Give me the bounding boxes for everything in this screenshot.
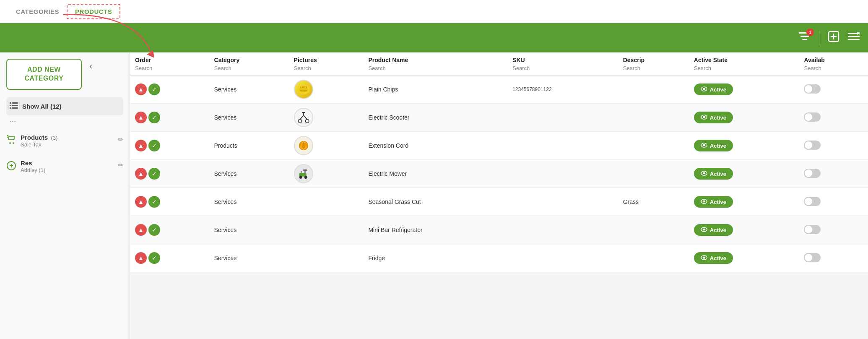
order-up-btn-6[interactable]: ▲: [135, 252, 147, 264]
search-category[interactable]: Search: [209, 64, 289, 75]
active-state-cell-3: Active: [689, 160, 799, 188]
order-up-btn-4[interactable]: ▲: [135, 196, 147, 208]
sidebar-item-res[interactable]: Res Addley (1) ✏: [6, 157, 123, 175]
sku-cell-2: [507, 132, 618, 160]
filter-button[interactable]: 1: [799, 32, 811, 44]
table-row: ▲ ✓ Services Electric Scooter: [130, 104, 868, 132]
category-info-products: Products (3) Sale Tax: [21, 134, 114, 148]
active-state-cell-6: Active: [689, 244, 799, 272]
plus-circle-icon: [6, 161, 16, 173]
search-order[interactable]: Search: [130, 64, 209, 75]
order-cell-5: ▲ ✓: [130, 216, 209, 244]
search-pictures[interactable]: Search: [289, 64, 364, 75]
description-cell-0: [618, 75, 689, 104]
table-search-row: Search Search Search Search Search: [130, 64, 868, 75]
search-active-state[interactable]: Search: [689, 64, 799, 75]
search-available[interactable]: Search: [799, 64, 868, 75]
layers-icon: [848, 32, 860, 44]
active-badge-1[interactable]: Active: [694, 112, 733, 123]
eye-icon-4: [701, 198, 707, 205]
search-description[interactable]: Search: [618, 64, 689, 75]
sidebar: ADD NEW CATEGORY ‹ Show All (12) ...: [0, 52, 130, 339]
toggle-switch-6[interactable]: [804, 253, 821, 262]
table-row: ▲ ✓ Services Seasonal Grass Cut Grass Ac…: [130, 188, 868, 216]
order-down-btn-4[interactable]: ✓: [148, 196, 160, 208]
order-cell-6: ▲ ✓: [130, 244, 209, 272]
svg-point-51: [703, 201, 705, 203]
table-row: ▲ ✓ Services LAY'S POTATO Plain Chips 12…: [130, 75, 868, 104]
add-product-button[interactable]: [828, 31, 839, 45]
order-down-btn-1[interactable]: ✓: [148, 112, 160, 123]
search-sku[interactable]: Search: [507, 64, 618, 75]
back-button[interactable]: ‹: [87, 59, 94, 74]
product-name-cell-3: Electric Mower: [363, 160, 507, 188]
svg-rect-12: [10, 102, 11, 104]
toggle-switch-2[interactable]: [804, 141, 821, 150]
sku-cell-5: [507, 216, 618, 244]
add-icon: [828, 31, 839, 45]
order-down-btn-0[interactable]: ✓: [148, 83, 160, 95]
order-up-btn-1[interactable]: ▲: [135, 112, 147, 123]
sidebar-item-products[interactable]: Products (3) Sale Tax ✏: [6, 132, 123, 150]
tab-products[interactable]: PRODUCTS: [67, 4, 120, 19]
table-row: ▲ ✓ Services Electric Mower: [130, 160, 868, 188]
tab-categories[interactable]: CATEGORIES: [8, 5, 67, 18]
products-table: Order Category Pictures Product Name SKU…: [130, 52, 868, 272]
svg-rect-46: [303, 170, 307, 171]
toggle-switch-5[interactable]: [804, 225, 821, 234]
category-cell-1: Services: [209, 104, 289, 132]
order-cell-0: ▲ ✓: [130, 75, 209, 104]
svg-rect-2: [800, 36, 809, 37]
layers-button[interactable]: [848, 32, 860, 44]
category-cell-4: Services: [209, 188, 289, 216]
order-down-btn-6[interactable]: ✓: [148, 252, 160, 264]
picture-cell-5: [289, 216, 364, 244]
active-badge-3[interactable]: Active: [694, 168, 733, 180]
order-down-btn-5[interactable]: ✓: [148, 224, 160, 236]
active-badge-6[interactable]: Active: [694, 252, 733, 264]
product-name-cell-2: Extension Cord: [363, 132, 507, 160]
sku-cell-4: [507, 188, 618, 216]
order-up-btn-0[interactable]: ▲: [135, 83, 147, 95]
active-badge-4[interactable]: Active: [694, 196, 733, 208]
toggle-switch-3[interactable]: [804, 169, 821, 178]
sku-cell-1: [507, 104, 618, 132]
toggle-switch-4[interactable]: [804, 197, 821, 206]
search-product-name[interactable]: Search: [363, 64, 507, 75]
edit-icon-res[interactable]: ✏: [118, 161, 123, 169]
toggle-switch-1[interactable]: [804, 112, 821, 122]
eye-icon-0: [701, 86, 707, 93]
sku-cell-3: [507, 160, 618, 188]
description-cell-2: [618, 132, 689, 160]
add-category-button[interactable]: ADD NEW CATEGORY: [6, 59, 82, 90]
toggle-slider-5: [804, 225, 821, 234]
edit-icon-products[interactable]: ✏: [118, 136, 123, 143]
active-badge-2[interactable]: Active: [694, 140, 733, 151]
active-badge-0[interactable]: Active: [694, 83, 733, 95]
active-badge-5[interactable]: Active: [694, 224, 733, 236]
show-all-row[interactable]: Show All (12): [6, 97, 123, 115]
product-name-cell-0: Plain Chips: [363, 75, 507, 104]
available-cell-5: [799, 216, 868, 244]
active-state-cell-4: Active: [689, 188, 799, 216]
svg-point-55: [703, 257, 705, 259]
order-up-btn-2[interactable]: ▲: [135, 140, 147, 151]
cart-icon: [6, 135, 16, 147]
category-tax-res: Addley (1): [21, 167, 114, 173]
order-up-btn-3[interactable]: ▲: [135, 168, 147, 180]
sidebar-ellipsis: ...: [6, 115, 123, 124]
sku-cell-6: [507, 244, 618, 272]
toggle-slider-1: [804, 112, 821, 122]
available-cell-6: [799, 244, 868, 272]
col-pictures: Pictures: [289, 52, 364, 64]
table-row: ▲ ✓ Products Extension Cord: [130, 132, 868, 160]
eye-icon-1: [701, 114, 707, 121]
picture-cell-6: [289, 244, 364, 272]
order-cell-4: ▲ ✓: [130, 188, 209, 216]
toggle-switch-0[interactable]: [804, 84, 821, 94]
order-up-btn-5[interactable]: ▲: [135, 224, 147, 236]
order-down-btn-2[interactable]: ✓: [148, 140, 160, 151]
col-description: Descrip: [618, 52, 689, 64]
toggle-slider-0: [804, 84, 821, 94]
order-down-btn-3[interactable]: ✓: [148, 168, 160, 180]
